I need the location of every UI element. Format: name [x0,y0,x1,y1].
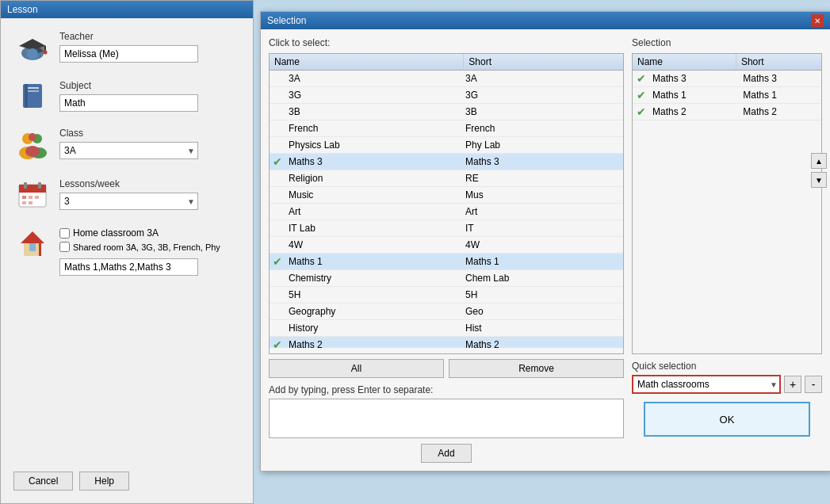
left-table-row[interactable]: IT Lab IT [270,220,623,237]
teacher-field: Teacher [13,31,240,64]
edge-arrows: ▲ ▼ [811,153,827,188]
right-row-name: Maths 1 [649,87,740,103]
row-name: 3G [285,87,462,103]
row-name: 5H [285,287,462,303]
left-table-row[interactable]: ✔ Maths 3 Maths 3 [270,154,623,170]
dialog-close-button[interactable]: ✕ [811,14,824,27]
help-button[interactable]: Help [79,472,129,491]
quick-sel-select-wrap: Math classrooms Science classrooms All c… [632,375,781,394]
row-short: 3B [462,104,603,120]
row-check-icon [270,304,285,319]
left-table-row[interactable]: Physics Lab Phy Lab [270,137,623,154]
left-btn-row: All Remove [269,359,624,378]
left-table-row[interactable]: Art Art [270,204,623,220]
up-arrow-button[interactable]: ▲ [811,153,827,169]
typing-input[interactable] [269,399,624,438]
svg-point-3 [27,48,38,59]
left-table-row[interactable]: ✔ Maths 2 Maths 2 [270,337,623,348]
remove-button[interactable]: Remove [449,359,624,378]
left-table-container: Name Short 3A 3A 3G 3G 3B 3B French Fren… [269,53,624,354]
lessons-select[interactable]: 31245 [59,193,198,210]
row-check-icon [270,204,285,220]
row-name: Maths 1 [285,254,462,269]
right-selection-label: Selection [632,37,822,48]
row-check-icon [270,220,285,236]
svg-rect-19 [38,182,41,189]
selection-dialog: Selection ✕ Click to select: Name Short … [260,11,830,472]
row-check-icon: ✔ [270,337,285,348]
shared-room-checkbox[interactable] [59,242,70,252]
lessons-field: Lessons/week 31245 ▼ [13,178,240,212]
right-table-container: Name Short ✔ Maths 3 Maths 3 ✔ Maths 1 M… [632,53,822,354]
left-table-row[interactable]: 3B 3B [270,104,623,120]
svg-rect-27 [29,243,36,251]
row-name: Maths 3 [285,154,462,170]
row-name: Music [285,187,462,203]
row-name: 3A [285,71,462,86]
right-row-name: Maths 3 [649,71,740,86]
left-th-short: Short [464,54,623,70]
right-table-row[interactable]: ✔ Maths 2 Maths 2 [633,104,821,120]
svg-rect-8 [28,87,39,89]
row-check-icon [270,237,285,253]
left-table-row[interactable]: 4W 4W [270,237,623,254]
row-short: 4W [462,237,603,253]
dialog-title: Selection [267,15,306,26]
ok-button[interactable]: OK [644,402,810,437]
subject-label: Subject [59,80,240,91]
shared-room-label: Shared room 3A, 3G, 3B, French, Phy [73,242,220,252]
add-button[interactable]: Add [421,444,471,463]
classrooms-text-input[interactable] [59,258,198,276]
row-short: 3A [462,71,603,86]
row-short: Maths 2 [462,337,603,348]
right-row-check-icon: ✔ [633,71,649,86]
row-name: Maths 2 [285,337,462,348]
subject-input[interactable] [59,94,198,112]
teacher-input[interactable] [59,45,198,63]
left-table-row[interactable]: Chemistry Chem Lab [270,270,623,287]
quick-sel-remove-button[interactable]: - [805,376,822,393]
down-arrow-button[interactable]: ▼ [811,172,827,188]
right-row-short: Maths 2 [740,104,821,120]
quick-sel-row: Math classrooms Science classrooms All c… [632,375,822,394]
lesson-title: Lesson [7,4,38,15]
svg-rect-7 [25,84,28,108]
class-field: Class 3A3B3G ▼ [13,128,240,162]
left-table-row[interactable]: 3A 3A [270,71,623,87]
right-row-name: Maths 2 [649,104,740,120]
left-table-row[interactable]: French French [270,120,623,137]
row-short: IT [462,220,603,236]
quick-selection-section: Quick selection Math classrooms Science … [632,361,822,394]
row-check-icon [270,170,285,186]
lessons-icon [13,178,52,212]
left-table-row[interactable]: Religion RE [270,170,623,187]
classroom-field: Home classroom 3A Shared room 3A, 3G, 3B… [13,227,240,276]
right-table-row[interactable]: ✔ Maths 1 Maths 1 [633,87,821,104]
right-panel: Selection Name Short ✔ Maths 3 Maths 3 ✔… [632,37,822,463]
row-name: Geography [285,304,462,319]
row-check-icon [270,320,285,336]
row-name: 4W [285,237,462,253]
cancel-button[interactable]: Cancel [13,472,73,491]
row-short: Hist [462,320,603,336]
left-panel: Click to select: Name Short 3A 3A 3G 3G … [269,37,624,463]
row-short: Chem Lab [462,270,603,286]
quick-sel-select[interactable]: Math classrooms Science classrooms All c… [632,375,781,394]
left-table-row[interactable]: 3G 3G [270,87,623,104]
left-table-row[interactable]: Geography Geo [270,304,623,320]
subject-field: Subject [13,80,240,112]
left-table-row[interactable]: Music Mus [270,187,623,204]
home-classroom-checkbox[interactable] [59,228,70,239]
class-select[interactable]: 3A3B3G [59,142,198,159]
row-short: Maths 3 [462,154,603,170]
left-table-header: Name Short [270,54,623,71]
left-table-row[interactable]: History Hist [270,320,623,337]
all-button[interactable]: All [269,359,444,378]
right-table-row[interactable]: ✔ Maths 3 Maths 3 [633,71,821,87]
left-table-row[interactable]: 5H 5H [270,287,623,304]
left-table-row[interactable]: ✔ Maths 1 Maths 1 [270,254,623,270]
click-to-select-label: Click to select: [269,37,624,48]
quick-sel-add-button[interactable]: + [784,376,801,393]
row-short: Phy Lab [462,137,603,153]
teacher-label: Teacher [59,31,240,42]
